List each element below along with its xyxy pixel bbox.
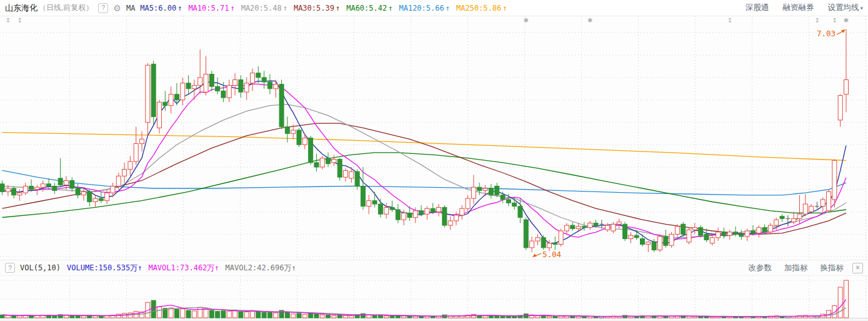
help-icon[interactable]: ?: [5, 263, 15, 273]
event-marker-icon[interactable]: ✱: [844, 17, 849, 24]
vol-indicator-label: VOL(5,10): [20, 263, 61, 272]
chevron-down-icon: ▾: [860, 5, 863, 11]
up-arrow-icon: ↑: [502, 4, 507, 13]
change-params-button[interactable]: 改参数: [749, 263, 772, 273]
mavol2-legend: MAVOL2:42.696万↑: [226, 263, 296, 273]
volume-canvas[interactable]: [0, 276, 868, 320]
ma120-line: [2, 170, 847, 195]
mavol1-line: [2, 300, 847, 317]
up-arrow-icon: ↑: [388, 4, 392, 13]
chart-header: 山东海化 （日线,前复权） ? ⚙ MA MA5:6.00↑ MA10:5.71…: [0, 0, 868, 16]
event-marker-icon[interactable]: ↕: [832, 17, 837, 24]
help-icon[interactable]: ?: [98, 3, 108, 13]
volume-header: ? VOL(5,10) VOLUME:150.535万↑ MAVOL1:73.4…: [0, 260, 868, 276]
stock-title: 山东海化: [5, 3, 37, 14]
link-shenzhen-connect[interactable]: 深股通: [746, 3, 769, 13]
ma60-legend: MA60:5.42↑: [346, 4, 392, 13]
ma250-line: [2, 133, 847, 161]
low-price-annotation: 5.04: [542, 250, 561, 259]
mavol1-legend: MAVOL1:73.462万↑: [148, 263, 219, 273]
ma20-line: [2, 104, 847, 238]
event-marker-icon[interactable]: ↕: [814, 17, 819, 24]
high-price-annotation: 7.03: [817, 29, 836, 38]
ma30-legend: MA30:5.39↑: [294, 4, 340, 13]
ma-group-label: MA: [126, 4, 135, 13]
link-ma-settings[interactable]: 设置均线▾: [827, 3, 863, 13]
candlestick-canvas[interactable]: ↕↕✱✱↕↕↕✱7.035.04: [0, 16, 868, 260]
ma5-legend: MA5:6.00↑: [140, 4, 182, 13]
up-arrow-icon: ↑: [230, 4, 234, 13]
ma20-legend: MA20:5.48↑: [241, 4, 287, 13]
link-margin-trading[interactable]: 融资融券: [782, 3, 814, 13]
close-icon[interactable]: ×: [852, 263, 863, 273]
volume-chart[interactable]: [0, 276, 868, 320]
up-arrow-icon: ↑: [292, 263, 296, 272]
up-arrow-icon: ↑: [214, 263, 219, 272]
ma120-legend: MA120:5.66↑: [399, 4, 449, 13]
up-arrow-icon: ↑: [177, 4, 182, 13]
price-chart[interactable]: ↕↕✱✱↕↕↕✱7.035.04: [0, 16, 868, 260]
stock-chart-app: 山东海化 （日线,前复权） ? ⚙ MA MA5:6.00↑ MA10:5.71…: [0, 0, 868, 321]
event-marker-icon[interactable]: ↕: [727, 17, 732, 24]
ma10-legend: MA10:5.71↑: [188, 4, 234, 13]
switch-indicator-button[interactable]: 换指标: [821, 263, 844, 273]
settings-gear-icon[interactable]: ⚙: [113, 4, 121, 13]
up-arrow-icon: ↑: [283, 4, 287, 13]
ma250-legend: MA250:5.86↑: [456, 4, 507, 13]
add-indicator-button[interactable]: 加指标: [784, 263, 808, 273]
up-arrow-icon: ↑: [336, 4, 340, 13]
volume-legend: VOLUME:150.535万↑: [67, 263, 142, 273]
mavol2-line: [2, 307, 847, 317]
event-marker-icon[interactable]: ↕: [6, 17, 11, 24]
event-marker-icon[interactable]: ✱: [587, 17, 592, 24]
up-arrow-icon: ↑: [137, 263, 142, 272]
up-arrow-icon: ↑: [446, 4, 450, 13]
chart-mode-label: （日线,前复权）: [39, 3, 93, 13]
event-marker-icon[interactable]: ↕: [17, 17, 22, 24]
event-marker-icon[interactable]: ✱: [524, 17, 529, 24]
bottom-divider: [0, 320, 868, 320]
